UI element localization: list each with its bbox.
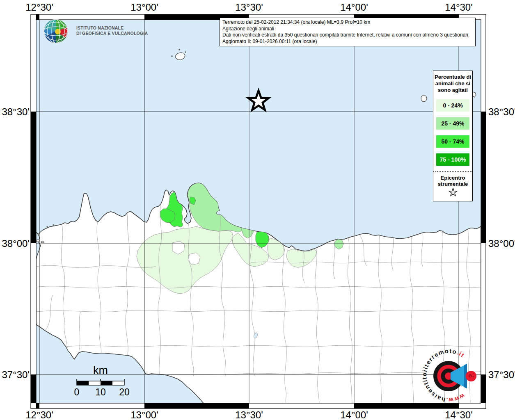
- info-line-updated: Aggiornato il: 09-01-2026 00:11 (ora loc…: [222, 39, 473, 45]
- axis-label-top-5: 14°30': [445, 2, 473, 13]
- legend: Percentuale di animali che si sono agita…: [433, 71, 473, 201]
- scale-tick-10: 10: [95, 387, 106, 398]
- ingv-logo-line1: ISTITUTO NAZIONALE: [76, 25, 148, 31]
- axis-label-top-2: 13°00': [130, 2, 158, 13]
- scale-bar-unit: km: [93, 364, 108, 377]
- legend-title: Percentuale di animali che si sono agita…: [433, 71, 472, 94]
- island-alicudi: [421, 95, 427, 102]
- ingv-logo-globe: [44, 19, 68, 43]
- axis-label-left-3: 37°30': [0, 369, 30, 381]
- legend-separator: [433, 171, 472, 172]
- scale-tick-0: 0: [74, 387, 80, 398]
- axis-label-top-3: 13°30': [235, 2, 263, 13]
- island-egadi-2: [36, 240, 39, 242]
- axis-label-bottom-1: 12°30': [25, 409, 53, 420]
- axis-label-bottom-5: 14°30': [445, 409, 473, 420]
- legend-swatch-25-49: 25 - 49%: [436, 117, 469, 130]
- legend-epicenter-label: Epicentro strumentale: [433, 175, 472, 187]
- scale-tick-20: 20: [119, 387, 130, 398]
- axis-label-left-2: 38°00': [0, 238, 30, 249]
- earthquake-info-box: Terremoto del 25-02-2012 21:34:34 (ora l…: [220, 18, 476, 46]
- legend-epicenter-star-icon: [448, 188, 458, 197]
- map-canvas: ? www.haisentitoilterremoto.it: [0, 0, 515, 420]
- axis-label-top-4: 14°00': [340, 2, 368, 13]
- map-page: ? www.haisentitoilterremoto.it 12°30' 13…: [0, 0, 515, 420]
- legend-swatch-50-74: 50 - 74%: [436, 135, 469, 148]
- info-line-source: Dati non verificati estratti da 350 ques…: [222, 32, 473, 39]
- axis-label-bottom-4: 14°00': [340, 409, 368, 420]
- axis-label-right-3: 37°30': [488, 369, 515, 381]
- legend-swatch-75-100: 75 - 100%: [436, 153, 469, 166]
- ingv-logo-text: ISTITUTO NAZIONALE DI GEOFISICA E VULCAN…: [76, 25, 148, 36]
- ingv-logo-line2: DI GEOFISICA E VULCANOLOGIA: [76, 31, 148, 36]
- axis-label-right-2: 38°00': [488, 238, 515, 249]
- info-line-topic: Agitazione degli animali: [222, 26, 473, 32]
- island-egadi-3: [41, 241, 43, 243]
- legend-swatch-0-24: 0 - 24%: [436, 99, 469, 112]
- axis-label-bottom-3: 13°30': [235, 409, 263, 420]
- axis-label-left-1: 38°30': [0, 106, 30, 118]
- axis-label-right-1: 38°30': [488, 106, 515, 118]
- axis-label-top-1: 12°30': [25, 2, 53, 13]
- axis-label-bottom-2: 13°00': [130, 409, 158, 420]
- info-line-event: Terremoto del 25-02-2012 21:34:34 (ora l…: [222, 19, 473, 26]
